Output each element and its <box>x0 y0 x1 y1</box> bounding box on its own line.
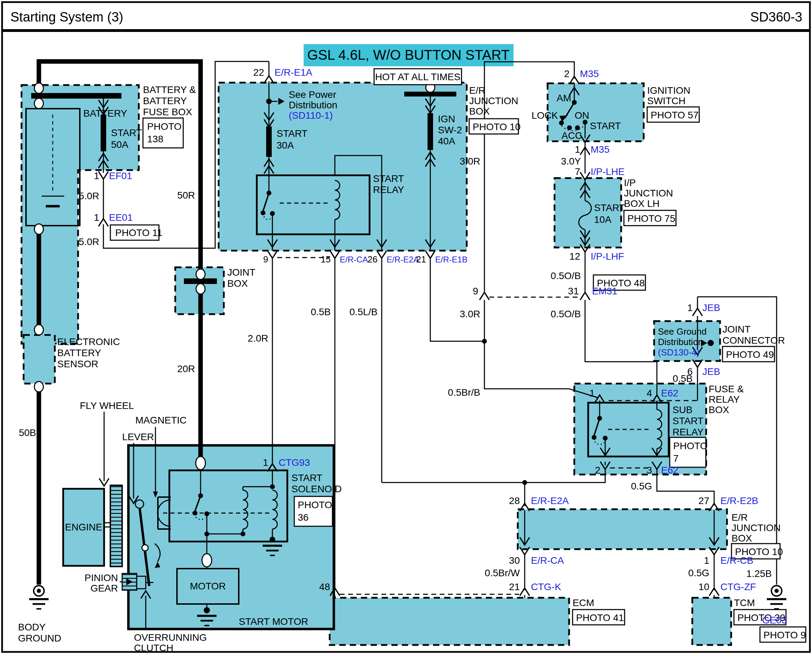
pin27-name: E/R-E2B <box>720 495 758 506</box>
ge03-ground-icon <box>767 585 786 609</box>
sensor-l3: SENSOR <box>57 359 98 369</box>
ign-lock: LOCK <box>532 110 558 121</box>
bat-l3: FUSE BOX <box>143 107 192 117</box>
hot-label: HOT AT ALL TIMES <box>375 72 461 82</box>
ecm-pin48: 48 <box>319 581 330 592</box>
pin1cb-num: 1 <box>704 555 709 566</box>
ge03-photo: PHOTO 9 <box>763 630 806 640</box>
pin15-connector <box>330 251 340 258</box>
bat-l2: BATTERY <box>143 95 187 106</box>
pin28-num: 28 <box>509 495 520 506</box>
header-divider <box>3 29 809 32</box>
frb-photo1: PHOTO <box>673 440 708 451</box>
see-power-2: Distribution <box>289 99 337 110</box>
ip-l2: JUNCTION <box>624 188 673 199</box>
clutch-l1: OVERRUNNING <box>134 632 207 643</box>
solenoid-l2: SOLENOID <box>292 484 342 494</box>
body-ground-icon <box>29 585 49 609</box>
jeb-pin6-num: 6 <box>687 366 693 377</box>
pin15-name: E/R-CA <box>340 255 368 264</box>
branch-dot-2 <box>482 339 487 344</box>
pin9-connector <box>267 251 277 258</box>
body-ground-l2: GROUND <box>18 633 61 643</box>
pin1cb-name: E/R-CB <box>720 555 753 566</box>
frb-l1: FUSE & <box>708 384 743 394</box>
lever-label: LEVER <box>122 431 154 442</box>
ip-pin7-name: I/P-LHE <box>591 166 624 177</box>
pin30-num: 30 <box>509 555 520 566</box>
jeb-pin6-name: JEB <box>702 366 720 377</box>
ef01-num: 1 <box>94 170 99 181</box>
frb-r1: SUB <box>673 404 693 415</box>
jbox-l2: BOX <box>227 278 248 289</box>
ecm-pin21-name: CTG-K <box>531 581 561 592</box>
pin27-num: 27 <box>699 495 709 506</box>
see-power-3: (SD110-1) <box>289 110 333 121</box>
wire-05lb: 0.5L/B <box>350 307 377 317</box>
flywheel-label: FLY WHEEL <box>80 400 134 411</box>
branch-dot <box>522 480 527 485</box>
fuse30-amp: 30A <box>276 140 294 151</box>
fuse30-name: START <box>276 128 307 139</box>
banner-text: GSL 4.6L, W/O BUTTON START <box>307 47 510 63</box>
em31-labels: 9 31 EM31 <box>473 286 617 296</box>
pin26-connector <box>377 251 386 258</box>
page-title: Starting System (3) <box>11 10 123 24</box>
frb-pin1: 1 <box>589 388 595 399</box>
wire-125b: 1.25B <box>746 568 772 579</box>
tcm-pin10-num: 10 <box>699 581 709 592</box>
wire-50r: 50R <box>177 190 195 201</box>
ip-pin12-num: 12 <box>569 251 580 262</box>
see-power-1: See Power <box>289 89 336 100</box>
frb-l2: RELAY <box>708 394 740 405</box>
bat-l1: BATTERY & <box>143 84 196 95</box>
er1-l1: E/R <box>469 85 485 96</box>
fuse50-amp: 50A <box>111 139 128 150</box>
frb-r2: START <box>673 416 704 426</box>
em31-pin31-connector <box>580 292 590 300</box>
wire-20r-sol: 2.0R <box>248 333 268 344</box>
bat-photo2: 138 <box>147 134 163 144</box>
start-motor-name: START MOTOR <box>239 616 308 627</box>
pin28-name: E/R-E2A <box>531 495 569 506</box>
frb-pin2: 2 <box>595 465 600 475</box>
pin21-name: E/R-E1B <box>435 255 467 264</box>
wire-5r-b: 5.0R <box>79 237 99 247</box>
solenoid-photo1: PHOTO <box>298 500 332 510</box>
ip-photo: PHOTO 75 <box>627 213 675 224</box>
motor-label: MOTOR <box>190 581 226 591</box>
er-junction-box-2 <box>518 509 727 549</box>
jbox-l1: JOINT <box>227 267 255 278</box>
body-ground-l1: BODY <box>18 622 46 633</box>
frb-pin3-name: E62 <box>661 465 678 475</box>
clutch-l2: CLUTCH <box>134 643 174 653</box>
er2-l2: JUNCTION <box>731 523 781 533</box>
jeb-see-1: See Ground <box>658 326 707 337</box>
er1-l2: JUNCTION <box>469 95 519 106</box>
fuse50-name: START <box>111 127 142 138</box>
ign-l2: SW-2 <box>438 125 462 135</box>
ip-pin12-name: I/P-LHF <box>591 251 624 262</box>
ign-acc: ACC <box>562 130 582 141</box>
ign-pin1-name: M35 <box>591 144 609 155</box>
ign-l3: 40A <box>438 136 455 147</box>
pin21-connector <box>426 251 435 258</box>
sensor-l2: BATTERY <box>57 347 101 358</box>
ip-l3: BOX LH <box>624 198 660 209</box>
wiring-diagram-page: Starting System (3) SD360-3 <box>0 0 812 654</box>
ign-pin1-num: 1 <box>575 144 580 155</box>
em31-pin31-num: 31 <box>568 286 579 296</box>
jeb-photo: PHOTO 49 <box>726 349 774 360</box>
er1-photo: PHOTO 10 <box>473 122 520 132</box>
ign-am: AM <box>557 93 571 104</box>
pin9-label: 9 <box>263 254 268 264</box>
pin22-name: E/R-E1A <box>275 67 312 78</box>
engine-label: ENGINE <box>65 522 102 532</box>
pinion-l1: PINION <box>85 572 118 583</box>
ee01-name: EE01 <box>109 212 133 223</box>
wire-05b: 0.5B <box>311 307 331 317</box>
ecm-box <box>330 598 569 645</box>
em31-name: EM31 <box>592 286 617 296</box>
er-junction-box <box>218 83 467 251</box>
ecm-photo: PHOTO 41 <box>576 612 624 623</box>
